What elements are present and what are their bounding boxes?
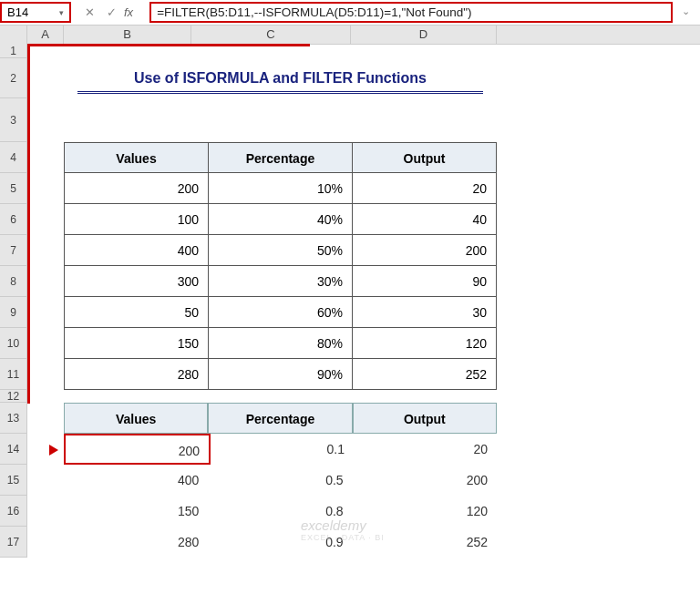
cell[interactable]: 50% [208, 235, 352, 266]
formula-input[interactable]: =FILTER(B5:D11,--ISFORMULA(D5:D11)=1,"No… [149, 2, 673, 23]
cell[interactable]: 200 [64, 173, 208, 204]
col-header-D[interactable]: D [351, 26, 497, 44]
cell[interactable]: 300 [64, 266, 208, 297]
table-row: 4000.5200 [64, 465, 497, 496]
row-header-5[interactable]: 5 [0, 173, 27, 204]
row-header-9[interactable]: 9 [0, 297, 27, 328]
select-all-corner[interactable] [0, 26, 27, 44]
spreadsheet-grid: A B C D 1 2 3 4 5 6 7 8 9 10 11 12 13 14… [0, 26, 700, 45]
col-header-B[interactable]: B [64, 26, 191, 44]
watermark-sub: EXCEL · DATA · BI [301, 533, 385, 542]
row-header-10[interactable]: 10 [0, 328, 27, 359]
row-header-1[interactable]: 1 [0, 44, 27, 58]
watermark: exceldemy EXCEL · DATA · BI [301, 517, 385, 542]
name-box[interactable]: B14 ▾ [0, 2, 71, 23]
row-header-2[interactable]: 2 [0, 58, 27, 98]
cell[interactable]: 20 [354, 434, 497, 465]
row-header-4[interactable]: 4 [0, 142, 27, 173]
sheet-area[interactable]: Use of ISFORMULA and FILTER Functions Va… [27, 44, 700, 404]
cell[interactable]: 30% [208, 266, 352, 297]
title-underline [77, 91, 483, 94]
data-table: Values Percentage Output 20010%2010040%4… [64, 142, 497, 390]
formula-buttons: ✕ ✓ fx [80, 5, 142, 19]
row-header-11[interactable]: 11 [0, 359, 27, 390]
cell[interactable]: 40% [208, 204, 352, 235]
output-table: Values Percentage Output 2000.1204000.52… [64, 403, 497, 558]
cell[interactable]: 0.1 [211, 434, 354, 465]
row-header-12[interactable]: 12 [0, 390, 27, 403]
col-header-C[interactable]: C [191, 26, 351, 44]
cell[interactable]: 100 [64, 204, 208, 235]
formula-bar: B14 ▾ ✕ ✓ fx =FILTER(B5:D11,--ISFORMULA(… [0, 0, 700, 26]
cell[interactable]: 90% [208, 359, 352, 390]
cell[interactable]: 50 [64, 297, 208, 328]
column-headers: A B C D [0, 26, 700, 45]
cell[interactable]: 60% [208, 297, 352, 328]
cell[interactable]: 280 [64, 527, 208, 558]
table-row: 2800.9252 [64, 527, 497, 558]
cell[interactable]: 30 [352, 297, 497, 328]
table-row: 2000.120 [64, 434, 497, 465]
row-header-15[interactable]: 15 [0, 465, 27, 496]
table-row: 20010%20 [64, 173, 497, 204]
cell[interactable]: 90 [352, 266, 497, 297]
table-row: 5060%30 [64, 297, 497, 328]
cell[interactable]: 280 [64, 359, 208, 390]
cell[interactable]: 200 [352, 235, 497, 266]
watermark-brand: exceldemy [301, 517, 366, 533]
row-header-3[interactable]: 3 [0, 98, 27, 142]
table-row: 28090%252 [64, 359, 497, 390]
row-header-7[interactable]: 7 [0, 235, 27, 266]
row-headers: 1 2 3 4 5 6 7 8 9 10 11 12 13 14 15 16 1… [0, 44, 27, 558]
row-header-14[interactable]: 14 [0, 434, 27, 465]
th-output-2[interactable]: Output [353, 403, 497, 434]
th-percentage-2[interactable]: Percentage [208, 403, 352, 434]
active-cell[interactable]: 200 [64, 434, 211, 465]
annotation-arrow-head [49, 445, 58, 456]
cell[interactable]: 10% [208, 173, 352, 204]
cell[interactable]: 252 [352, 359, 497, 390]
cell[interactable]: 400 [64, 235, 208, 266]
cell[interactable]: 200 [353, 465, 497, 496]
cell[interactable]: 400 [64, 465, 208, 496]
accept-icon[interactable]: ✓ [102, 5, 120, 19]
annotation-arrow [27, 44, 310, 46]
cell[interactable]: 150 [64, 496, 208, 527]
table-row: 1500.8120 [64, 496, 497, 527]
row-header-8[interactable]: 8 [0, 266, 27, 297]
table-row: 30030%90 [64, 266, 497, 297]
table-row: 40050%200 [64, 235, 497, 266]
cancel-icon[interactable]: ✕ [80, 5, 98, 19]
th-percentage[interactable]: Percentage [208, 142, 352, 173]
expand-icon[interactable]: ⌄ [676, 5, 695, 17]
cell[interactable]: 150 [64, 328, 208, 359]
name-box-value: B14 [7, 5, 28, 19]
cell[interactable]: 20 [352, 173, 497, 204]
col-header-A[interactable]: A [27, 26, 64, 44]
cell[interactable]: 80% [208, 328, 352, 359]
row-header-13[interactable]: 13 [0, 403, 27, 434]
th-values[interactable]: Values [64, 142, 208, 173]
dropdown-icon[interactable]: ▾ [59, 8, 64, 17]
th-output[interactable]: Output [352, 142, 497, 173]
annotation-arrow [27, 46, 44, 404]
table-row: 15080%120 [64, 328, 497, 359]
table-row: 10040%40 [64, 204, 497, 235]
fx-icon[interactable]: fx [124, 5, 133, 19]
cell[interactable]: 0.5 [208, 465, 352, 496]
row-header-16[interactable]: 16 [0, 496, 27, 527]
cell[interactable]: 120 [352, 328, 497, 359]
row-header-6[interactable]: 6 [0, 204, 27, 235]
th-values-2[interactable]: Values [64, 403, 208, 434]
cell[interactable]: 40 [352, 204, 497, 235]
row-header-17[interactable]: 17 [0, 527, 27, 558]
